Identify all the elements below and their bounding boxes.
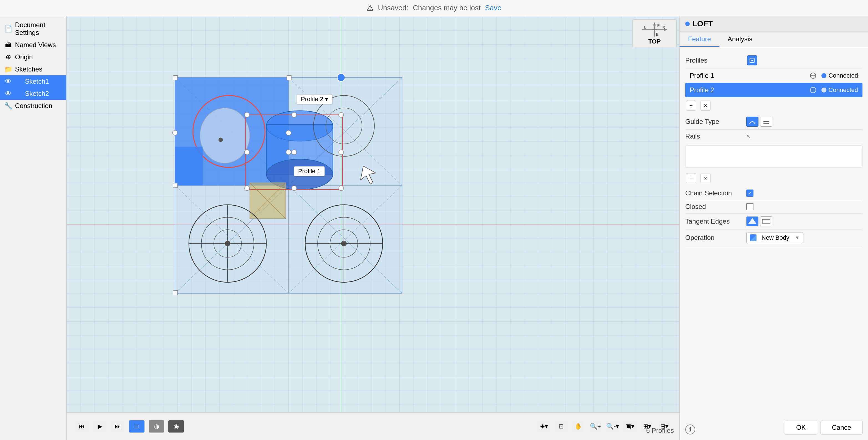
svg-point-54 [339,185,344,191]
construction-icon: 🔧 [4,102,12,110]
closed-row: Closed [685,200,863,214]
svg-point-48 [339,112,344,117]
profile2-row[interactable]: Profile 2 Connected [685,83,863,97]
tangent-edges-row: Tangent Edges [685,214,863,229]
warning-icon: ⚠ [367,3,374,12]
rails-row: Rails ↖ [685,130,863,143]
sidebar-label-document: Document Settings [15,21,62,37]
play-back-btn[interactable]: ⏮ [75,419,89,433]
play-forward-btn[interactable]: ⏭ [111,419,125,433]
svg-rect-77 [762,219,770,223]
zoom-out-btn[interactable]: 🔍-▾ [606,419,620,433]
views-icon: 🏔 [4,41,12,49]
pan-btn[interactable]: ✋ [571,419,585,433]
operation-select[interactable]: New Body ▼ [746,232,803,243]
tangent-edge-buttons [746,216,772,226]
display-btn-3[interactable]: ◉ [168,420,184,433]
ok-button[interactable]: OK [785,420,817,435]
guide-type-row: Guide Type [685,114,863,130]
svg-point-51 [339,149,344,155]
connected-dot-2 [822,88,827,93]
info-button[interactable]: ℹ [685,425,695,435]
profiles-select-btn[interactable] [747,56,757,65]
remove-rail-btn[interactable]: × [701,173,711,183]
sketch2-icon [15,90,22,97]
zoom-in-btn[interactable]: 🔍+ [588,419,602,433]
closed-label: Closed [685,203,746,211]
tab-feature[interactable]: Feature [680,32,719,47]
operation-dropdown-arrow: ▼ [795,235,800,241]
save-button[interactable]: Save [485,4,501,12]
sidebar-label-sketch1: Sketch1 [25,77,49,85]
tangent-edges-label: Tangent Edges [685,217,746,225]
svg-rect-67 [750,58,754,63]
sidebar-item-origin[interactable]: ⊕ Origin [0,51,66,63]
eye-icon-2: 👁 [4,90,12,98]
closed-checkbox[interactable] [746,203,753,210]
chain-selection-checkbox[interactable]: ✓ [746,190,753,197]
display-btn-2[interactable]: ◑ [149,420,164,433]
folder-icon: 📁 [4,65,12,73]
sidebar-item-document-settings[interactable]: 📄 Document Settings [0,19,66,39]
ok-cancel-row: OK Cance [785,420,863,435]
svg-point-17 [219,137,223,142]
add-rail-btn[interactable]: + [686,173,696,183]
svg-text:F: F [657,23,660,28]
svg-point-56 [286,149,291,155]
svg-text:B: B [656,32,659,37]
guide-type-btn-2[interactable] [760,117,772,127]
checkmark-icon: ✓ [748,190,752,196]
sidebar-label-sketch2: Sketch2 [25,90,49,98]
orient-btn[interactable]: ⊕▾ [537,419,551,433]
sidebar-label-construction: Construction [15,102,53,110]
rails-cursor: ↖ [746,133,751,140]
guide-type-label: Guide Type [685,118,746,126]
profile2-icon-btns [809,86,817,94]
add-profile-btn[interactable]: + [686,101,696,110]
panel-tabs: Feature Analysis [680,32,868,47]
bottom-left-controls: ⏮ ▶ ⏭ □ ◑ ◉ [75,419,184,433]
sidebar-item-construction[interactable]: 🔧 Construction [0,100,66,112]
tangent-btn-2[interactable] [760,216,772,226]
tangent-btn-1[interactable] [746,216,758,226]
sketch1-icon [15,78,22,85]
svg-point-55 [286,130,291,135]
profile1-icon-btns [809,72,817,79]
profiles-label: Profiles [685,57,746,64]
panel-title: LOFT [692,20,713,28]
svg-point-53 [291,185,297,191]
play-btn[interactable]: ▶ [93,419,107,433]
tab-analysis[interactable]: Analysis [719,32,761,47]
panel-status-dot [685,22,690,26]
profile-controls-row: + × [685,97,863,114]
cancel-button[interactable]: Cance [820,420,863,435]
profile1-tag-label: Profile 1 [298,168,320,175]
sidebar-label-named-views: Named Views [15,41,56,49]
sidebar-item-sketch2[interactable]: 👁 Sketch2 [0,88,66,100]
sidebar-item-sketches[interactable]: 📁 Sketches [0,63,66,75]
svg-point-50 [291,149,297,155]
profile1-tag[interactable]: Profile 1 [294,166,325,176]
view-mode-btn[interactable]: ▣▾ [623,419,637,433]
fit-btn[interactable]: ⊡ [554,419,568,433]
profile1-connected: Connected [822,72,858,79]
sketch-canvas[interactable] [67,16,679,412]
changes-label: Changes may be lost [413,4,480,12]
svg-text:L: L [644,26,646,29]
profile1-row[interactable]: Profile 1 Connected [685,68,863,83]
connected-dot-1 [822,73,827,78]
guide-type-btn-1[interactable] [746,117,758,127]
svg-rect-41 [287,76,291,80]
svg-point-49 [245,149,250,155]
profiles-controls [746,56,758,65]
operation-row: Operation New Body ▼ [685,229,863,246]
display-btn-1[interactable]: □ [129,420,145,433]
main-viewport[interactable]: Profile 2 ▾ Profile 1 [67,16,679,412]
remove-profile-btn[interactable]: × [701,101,711,110]
origin-icon: ⊕ [4,53,12,61]
svg-text:R: R [662,26,665,29]
profile2-tag[interactable]: Profile 2 ▾ [297,94,332,104]
svg-point-16 [200,108,250,164]
sidebar-item-sketch1[interactable]: 👁 Sketch1 [0,75,66,88]
sidebar-item-named-views[interactable]: 🏔 Named Views [0,39,66,51]
